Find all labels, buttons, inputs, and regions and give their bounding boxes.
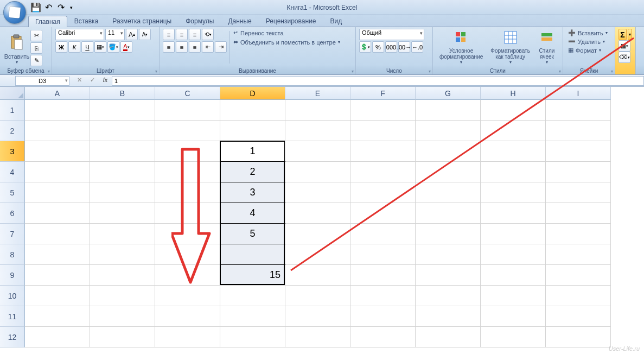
tab-review[interactable]: Рецензирование (259, 15, 323, 27)
cell-C4[interactable] (155, 162, 220, 182)
row-header-2[interactable]: 2 (0, 121, 25, 141)
row-header-10[interactable]: 10 (0, 286, 25, 306)
cell-A12[interactable] (25, 327, 90, 347)
font-name-combo[interactable]: Calibri (55, 29, 104, 40)
cell-B6[interactable] (90, 203, 155, 224)
autosum-dropdown[interactable]: ▾ (628, 29, 632, 40)
cell-F12[interactable] (350, 327, 416, 347)
cell-G4[interactable] (416, 162, 481, 182)
enter-formula-button[interactable]: ✓ (87, 77, 98, 85)
row-header-5[interactable]: 5 (0, 182, 25, 203)
cell-A5[interactable] (25, 182, 90, 203)
italic-button[interactable]: К (68, 41, 80, 53)
cell-B10[interactable] (90, 286, 155, 306)
cell-A4[interactable] (25, 162, 90, 182)
cell-H10[interactable] (481, 286, 546, 306)
cell-F5[interactable] (350, 182, 416, 203)
cell-C7[interactable] (155, 224, 220, 244)
cell-F9[interactable] (350, 265, 416, 286)
cell-I12[interactable] (546, 327, 611, 347)
cell-E1[interactable] (285, 100, 350, 121)
decrease-indent-button[interactable]: ⇤ (202, 41, 214, 53)
cell-B5[interactable] (90, 182, 155, 203)
row-header-12[interactable]: 12 (0, 327, 25, 347)
cell-I10[interactable] (546, 286, 611, 306)
cell-A1[interactable] (25, 100, 90, 121)
fill-button[interactable]: ▦▾ (619, 40, 630, 52)
col-header-G[interactable]: G (416, 87, 481, 100)
cell-G11[interactable] (416, 306, 481, 327)
col-header-I[interactable]: I (546, 87, 611, 100)
cell-C8[interactable] (155, 244, 220, 265)
cell-I2[interactable] (546, 121, 611, 141)
increase-decimal-button[interactable]: .00→ (398, 41, 410, 53)
cell-D6[interactable]: 4 (220, 203, 285, 224)
cell-H3[interactable] (481, 141, 546, 162)
fx-button[interactable]: fx (100, 77, 111, 85)
cell-D7[interactable]: 5 (220, 224, 285, 244)
cell-C2[interactable] (155, 121, 220, 141)
cell-H12[interactable] (481, 327, 546, 347)
cell-A10[interactable] (25, 286, 90, 306)
cell-styles-button[interactable]: Стили ячеек▾ (534, 29, 559, 66)
name-box[interactable]: D3 (15, 76, 69, 86)
cell-B3[interactable] (90, 141, 155, 162)
conditional-format-button[interactable]: Условное форматирование▾ (436, 29, 486, 66)
cancel-formula-button[interactable]: ✕ (74, 77, 85, 85)
cell-C6[interactable] (155, 203, 220, 224)
cell-C5[interactable] (155, 182, 220, 203)
cell-E3[interactable] (285, 141, 350, 162)
cell-G7[interactable] (416, 224, 481, 244)
row-header-6[interactable]: 6 (0, 203, 25, 224)
cell-A11[interactable] (25, 306, 90, 327)
copy-button[interactable]: ⎘ (30, 42, 42, 54)
cell-C12[interactable] (155, 327, 220, 347)
cell-C3[interactable] (155, 141, 220, 162)
cell-F11[interactable] (350, 306, 416, 327)
cell-G3[interactable] (416, 141, 481, 162)
cell-A2[interactable] (25, 121, 90, 141)
cut-button[interactable]: ✂ (30, 30, 42, 41)
decrease-decimal-button[interactable]: ←.0 (411, 41, 423, 53)
cell-B11[interactable] (90, 306, 155, 327)
cell-D4[interactable]: 2 (220, 162, 285, 182)
cell-I8[interactable] (546, 244, 611, 265)
clear-button[interactable]: ⌫▾ (619, 52, 630, 63)
increase-font-button[interactable]: A▴ (126, 29, 138, 40)
align-center-button[interactable]: ≡ (176, 41, 188, 53)
format-cells-button[interactable]: ▦Формат ▾ (566, 46, 611, 54)
bold-button[interactable]: Ж (55, 41, 67, 53)
cell-H6[interactable] (481, 203, 546, 224)
cell-E2[interactable] (285, 121, 350, 141)
cell-B8[interactable] (90, 244, 155, 265)
cell-G12[interactable] (416, 327, 481, 347)
cell-F7[interactable] (350, 224, 416, 244)
cell-D12[interactable] (220, 327, 285, 347)
col-header-C[interactable]: C (155, 87, 220, 100)
paste-button[interactable]: Вставить ▾ (3, 29, 30, 66)
cell-F10[interactable] (350, 286, 416, 306)
currency-button[interactable]: 💲▾ (359, 41, 371, 53)
cell-B7[interactable] (90, 224, 155, 244)
cell-F6[interactable] (350, 203, 416, 224)
cell-F3[interactable] (350, 141, 416, 162)
cell-I11[interactable] (546, 306, 611, 327)
office-button[interactable] (3, 1, 26, 24)
cell-A9[interactable] (25, 265, 90, 286)
cell-G9[interactable] (416, 265, 481, 286)
percent-button[interactable]: % (372, 41, 384, 53)
select-all-corner[interactable] (0, 87, 25, 100)
row-header-1[interactable]: 1 (0, 100, 25, 121)
row-header-4[interactable]: 4 (0, 162, 25, 182)
col-header-F[interactable]: F (350, 87, 416, 100)
cell-C1[interactable] (155, 100, 220, 121)
col-header-D[interactable]: D (220, 87, 285, 100)
insert-cells-button[interactable]: ➕Вставить ▾ (566, 29, 611, 37)
cell-D5[interactable]: 3 (220, 182, 285, 203)
decrease-font-button[interactable]: A▾ (139, 29, 151, 40)
redo-button[interactable]: ↷ (55, 2, 66, 13)
cell-H1[interactable] (481, 100, 546, 121)
col-header-A[interactable]: A (25, 87, 90, 100)
save-button[interactable]: 💾 (30, 2, 41, 13)
cell-E12[interactable] (285, 327, 350, 347)
